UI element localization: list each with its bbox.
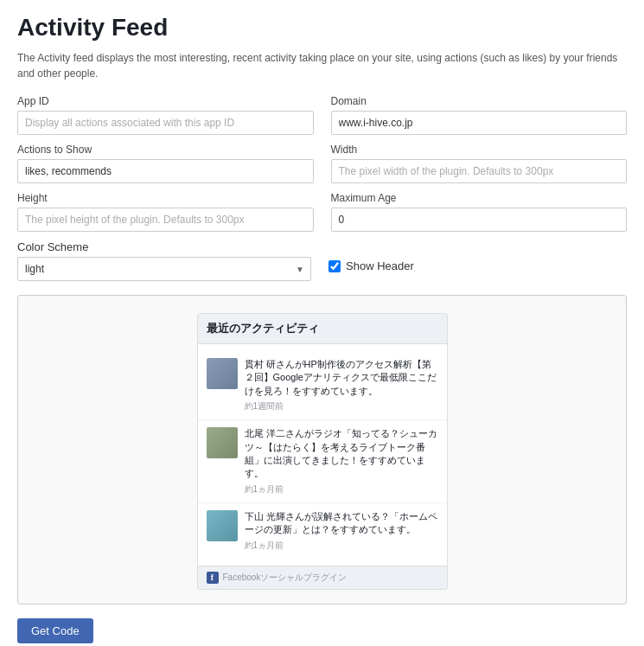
page-description: The Activity feed displays the most inte… [17, 50, 627, 81]
avatar-1 [207, 358, 238, 389]
footer-text: Facebookソーシャルプラグイン [223, 572, 348, 584]
activity-item: 下山 光輝さんが誤解されている？「ホームページの更新」とは？をすすめています。 … [198, 503, 447, 559]
height-input[interactable] [17, 208, 314, 232]
actions-to-show-label: Actions to Show [17, 144, 314, 156]
avatar-2 [207, 427, 238, 458]
page-title: Activity Feed [17, 14, 627, 42]
activity-text-3: 下山 光輝さんが誤解されている？「ホームページの更新」とは？をすすめています。 [245, 510, 438, 537]
show-header-label[interactable]: Show Header [346, 259, 414, 272]
activity-item: 貫村 研さんがHP制作後のアクセス解析【第２回】Googleアナリティクスで最低… [198, 351, 447, 420]
domain-input[interactable] [331, 111, 628, 135]
facebook-logo-icon: f [207, 572, 219, 584]
widget-header: 最近のアクティビティ [198, 314, 447, 344]
activity-time-2: 約1ヵ月前 [245, 483, 438, 496]
app-id-input[interactable] [17, 111, 314, 135]
widget-footer: f Facebookソーシャルプラグイン [198, 566, 447, 589]
height-label: Height [17, 192, 314, 204]
actions-to-show-input[interactable] [17, 159, 314, 183]
width-label: Width [331, 144, 628, 156]
avatar-3 [207, 510, 238, 541]
domain-label: Domain [331, 95, 628, 107]
app-id-label: App ID [17, 95, 314, 107]
width-input[interactable] [331, 159, 628, 183]
preview-area: 最近のアクティビティ 貫村 研さんがHP制作後のアクセス解析【第２回】Googl… [17, 295, 627, 604]
activity-text-1: 貫村 研さんがHP制作後のアクセス解析【第２回】Googleアナリティクスで最低… [245, 358, 438, 398]
activity-text-2: 北尾 洋二さんがラジオ「知ってる？シューカツ～【はたらく】を考えるライブトーク番… [245, 427, 438, 481]
activity-content-1: 貫村 研さんがHP制作後のアクセス解析【第２回】Googleアナリティクスで最低… [245, 358, 438, 413]
widget-body: 貫村 研さんがHP制作後のアクセス解析【第２回】Googleアナリティクスで最低… [198, 344, 447, 566]
color-scheme-select[interactable]: light dark [17, 257, 311, 281]
activity-content-3: 下山 光輝さんが誤解されている？「ホームページの更新」とは？をすすめています。 … [245, 510, 438, 552]
get-code-button[interactable]: Get Code [17, 618, 93, 643]
activity-item: 北尾 洋二さんがラジオ「知ってる？シューカツ～【はたらく】を考えるライブトーク番… [198, 420, 447, 503]
maximum-age-input[interactable] [331, 208, 628, 232]
show-header-checkbox[interactable] [328, 260, 341, 272]
color-scheme-label: Color Scheme [17, 240, 311, 253]
maximum-age-label: Maximum Age [331, 192, 628, 204]
facebook-widget: 最近のアクティビティ 貫村 研さんがHP制作後のアクセス解析【第２回】Googl… [197, 313, 448, 590]
activity-time-3: 約1ヵ月前 [245, 540, 438, 552]
activity-content-2: 北尾 洋二さんがラジオ「知ってる？シューカツ～【はたらく】を考えるライブトーク番… [245, 427, 438, 496]
activity-time-1: 約1週間前 [245, 400, 438, 413]
